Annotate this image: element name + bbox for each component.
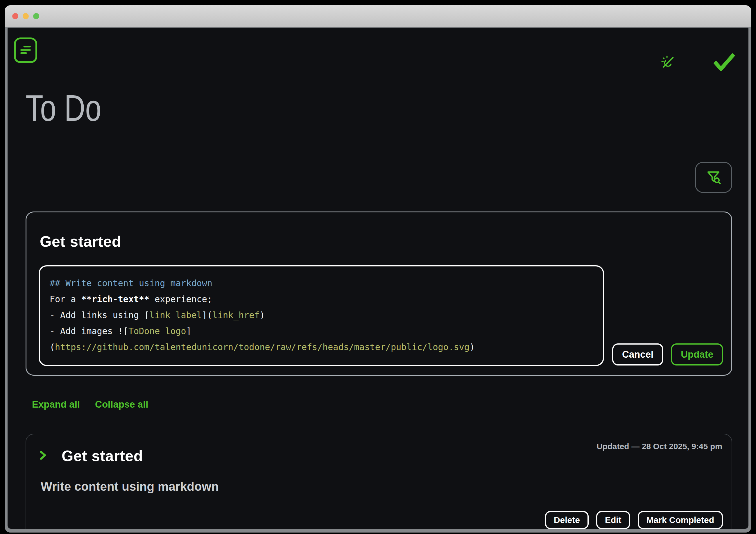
page-title: To Do — [26, 86, 589, 130]
align-lines-icon — [19, 44, 32, 57]
todo-item-card: Updated — 28 Oct 2025, 9:45 pm Get start… — [26, 434, 732, 529]
todo-summary-toggle[interactable]: Get started — [40, 447, 143, 465]
filter-row — [8, 162, 748, 193]
delete-button[interactable]: Delete — [545, 511, 589, 529]
filter-search-icon — [706, 169, 721, 186]
traffic-lights — [12, 13, 39, 19]
todo-title: Get started — [62, 447, 143, 465]
app-content: To Do Get started ## Write content using… — [8, 28, 748, 529]
sun-off-icon — [661, 55, 675, 70]
menu-button[interactable] — [14, 38, 37, 63]
collapse-all-button[interactable]: Collapse all — [95, 399, 148, 410]
updated-timestamp: Updated — 28 Oct 2025, 9:45 pm — [597, 442, 722, 451]
edit-card-title: Get started — [40, 233, 723, 250]
editor-actions: Cancel Update — [612, 343, 723, 366]
window-titlebar — [5, 5, 751, 27]
expand-all-button[interactable]: Expand all — [32, 399, 80, 410]
minimize-window-button[interactable] — [23, 13, 29, 19]
todo-actions: Delete Edit Mark Completed — [40, 511, 723, 529]
update-button[interactable]: Update — [671, 343, 723, 365]
close-window-button[interactable] — [12, 13, 18, 19]
zoom-window-button[interactable] — [33, 13, 39, 19]
filter-button[interactable] — [695, 162, 732, 193]
mark-completed-button[interactable]: Mark Completed — [638, 511, 723, 529]
app-header — [8, 28, 748, 63]
todo-body-text: Write content using markdown — [41, 480, 723, 494]
editor-row: ## Write content using markdownFor a **r… — [39, 265, 723, 366]
chevron-right-icon — [40, 450, 46, 461]
list-controls: Expand all Collapse all — [32, 399, 748, 410]
theme-toggle-button[interactable] — [661, 55, 675, 70]
markdown-editor[interactable]: ## Write content using markdownFor a **r… — [39, 265, 604, 366]
header-actions — [661, 53, 736, 72]
edit-button[interactable]: Edit — [596, 511, 630, 529]
edit-todo-card: Get started ## Write content using markd… — [26, 211, 732, 376]
app-window: To Do Get started ## Write content using… — [5, 5, 751, 533]
cancel-button[interactable]: Cancel — [612, 343, 663, 365]
checkmark-icon — [713, 53, 736, 72]
